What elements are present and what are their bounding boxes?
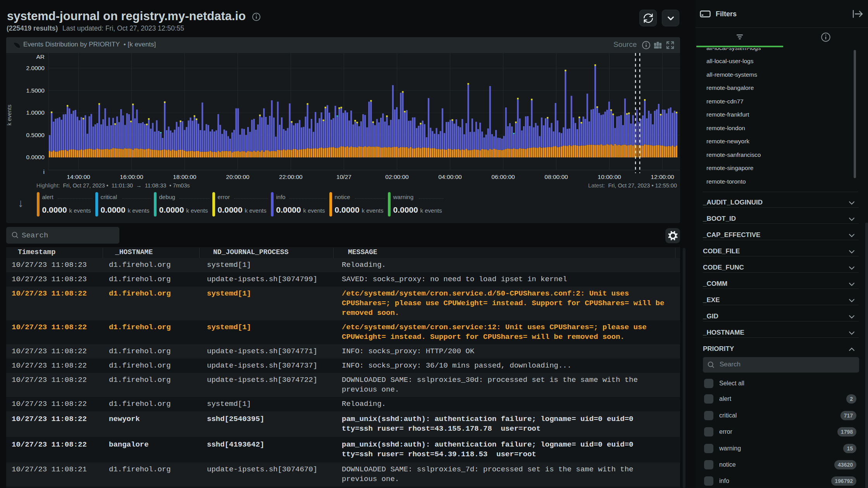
svg-text:08:00:00: 08:00:00	[544, 174, 568, 180]
svg-text:10/27: 10/27	[336, 174, 351, 180]
svg-text:20:00:00: 20:00:00	[226, 174, 250, 180]
svg-text:10:00:00: 10:00:00	[598, 174, 621, 180]
svg-text:16:00:00: 16:00:00	[120, 174, 143, 180]
svg-text:0.5000: 0.5000	[26, 132, 45, 138]
svg-text:02:00:00: 02:00:00	[385, 174, 409, 180]
svg-text:0.0000: 0.0000	[26, 154, 45, 160]
svg-text:1.5000: 1.5000	[26, 87, 45, 94]
svg-text:22:00:00: 22:00:00	[279, 174, 303, 180]
svg-text:2.0000: 2.0000	[26, 65, 45, 71]
svg-text:k events: k events	[6, 105, 12, 125]
svg-text:06:00:00: 06:00:00	[491, 174, 515, 180]
svg-text:14:00:00: 14:00:00	[67, 174, 90, 180]
svg-text:AR: AR	[36, 53, 45, 60]
svg-text:18:00:00: 18:00:00	[173, 174, 196, 180]
svg-text:12:00:00: 12:00:00	[651, 174, 674, 180]
svg-text:1.0000: 1.0000	[26, 109, 45, 116]
svg-text:i: i	[43, 168, 45, 175]
svg-text:04:00:00: 04:00:00	[438, 174, 462, 180]
